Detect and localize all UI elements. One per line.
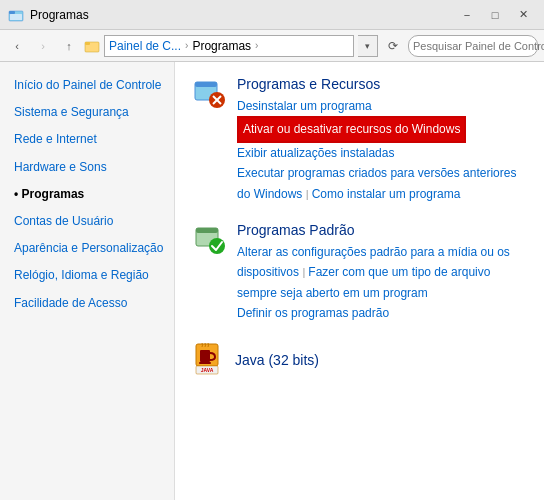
sidebar-item-relogio[interactable]: Relógio, Idioma e Região (0, 262, 174, 289)
section1-body: Programas e Recursos Desinstalar um prog… (237, 76, 528, 204)
breadcrumb-current: Programas (192, 39, 251, 53)
main-layout: Início do Painel de Controle Sistema e S… (0, 62, 544, 500)
window-title: Programas (30, 8, 89, 22)
sidebar-item-contas[interactable]: Contas de Usuário (0, 208, 174, 235)
link-ativar[interactable]: Ativar ou desativar recursos do Windows (237, 116, 466, 142)
svg-rect-4 (85, 42, 90, 45)
java-title: Java (32 bits) (235, 352, 319, 368)
svg-rect-6 (195, 82, 217, 87)
up-button[interactable]: ↑ (58, 35, 80, 57)
sidebar-item-aparencia[interactable]: Aparência e Personalização (0, 235, 174, 262)
sidebar-item-rede[interactable]: Rede e Internet (0, 126, 174, 153)
sidebar-item-sistema[interactable]: Sistema e Segurança (0, 99, 174, 126)
breadcrumb-item-1[interactable]: Painel de C... (109, 39, 181, 53)
svg-rect-14 (200, 350, 210, 362)
breadcrumb-bar: Painel de C... › Programas › (104, 35, 354, 57)
minimize-button[interactable]: − (454, 5, 480, 25)
sidebar-item-inicio[interactable]: Início do Painel de Controle (0, 72, 174, 99)
window-icon (8, 7, 24, 23)
svg-text:JAVA: JAVA (201, 367, 214, 373)
svg-rect-2 (10, 14, 22, 20)
section2-icon (191, 222, 227, 324)
breadcrumb-sep-2: › (255, 40, 258, 51)
refresh-button[interactable]: ⟳ (382, 35, 404, 57)
sidebar-item-hardware[interactable]: Hardware e Sons (0, 154, 174, 181)
title-bar: Programas − □ ✕ (0, 0, 544, 30)
svg-rect-1 (9, 11, 15, 14)
section-java: JAVA Java (32 bits) (191, 342, 528, 379)
forward-button[interactable]: › (32, 35, 54, 57)
svg-rect-11 (196, 228, 218, 233)
search-box: 🔍 (408, 35, 538, 57)
section1-title: Programas e Recursos (237, 76, 528, 92)
section-programas-padrao: Programas Padrão Alterar as configuraçõe… (191, 222, 528, 324)
link-definir[interactable]: Definir os programas padrão (237, 303, 528, 323)
link-exibir[interactable]: Exibir atualizações instaladas (237, 143, 528, 163)
sidebar: Início do Painel de Controle Sistema e S… (0, 62, 175, 500)
section-programas-recursos: Programas e Recursos Desinstalar um prog… (191, 76, 528, 204)
link-como[interactable]: Como instalar um programa (312, 187, 461, 201)
maximize-button[interactable]: □ (482, 5, 508, 25)
link-desinstalar[interactable]: Desinstalar um programa (237, 96, 528, 116)
content-area: Programas e Recursos Desinstalar um prog… (175, 62, 544, 500)
folder-icon (84, 38, 100, 54)
svg-rect-15 (199, 362, 211, 364)
address-dropdown[interactable]: ▾ (358, 35, 378, 57)
java-icon: JAVA (191, 342, 225, 379)
section1-icon (191, 76, 227, 204)
search-input[interactable] (413, 40, 544, 52)
back-button[interactable]: ‹ (6, 35, 28, 57)
close-button[interactable]: ✕ (510, 5, 536, 25)
title-bar-left: Programas (8, 7, 89, 23)
sidebar-item-facilidade[interactable]: Facilidade de Acesso (0, 290, 174, 317)
title-bar-controls: − □ ✕ (454, 5, 536, 25)
address-bar: ‹ › ↑ Painel de C... › Programas › ▾ ⟳ 🔍 (0, 30, 544, 62)
section2-title: Programas Padrão (237, 222, 528, 238)
sidebar-item-programas: Programas (0, 181, 174, 208)
section2-body: Programas Padrão Alterar as configuraçõe… (237, 222, 528, 324)
breadcrumb-sep-1: › (185, 40, 188, 51)
